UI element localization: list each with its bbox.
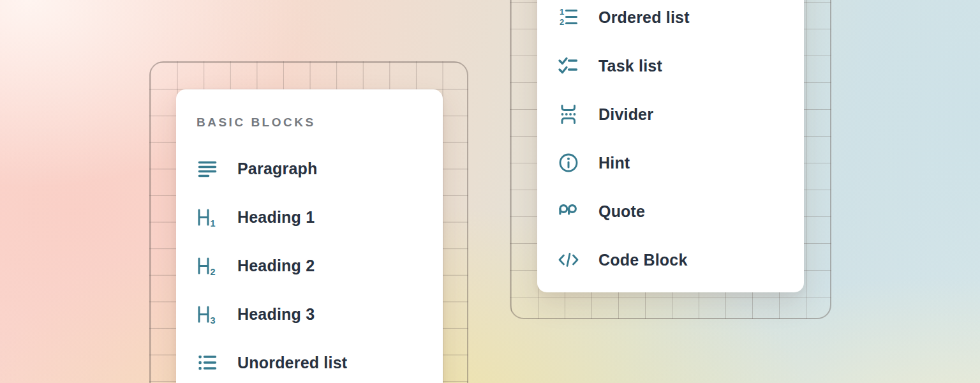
heading-2-icon: 2 — [197, 255, 218, 276]
editor-blocks-promo-screen: BASIC BLOCKS Paragraph 1 Heading 1 2 Hea… — [0, 0, 980, 383]
menu-item-code-block[interactable]: Code Block — [537, 236, 804, 284]
quote-icon — [558, 200, 579, 222]
svg-text:1: 1 — [211, 218, 216, 229]
menu-item-divider[interactable]: Divider — [537, 90, 804, 139]
menu-item-list-right: 12 Ordered list Task list Divider Hint Q… — [537, 0, 804, 284]
ordered-list-icon: 12 — [558, 6, 579, 28]
menu-item-task-list[interactable]: Task list — [537, 41, 804, 90]
menu-item-paragraph[interactable]: Paragraph — [176, 144, 443, 193]
block-menu-card-continued: 12 Ordered list Task list Divider Hint Q… — [537, 0, 804, 292]
code-block-icon — [558, 249, 579, 271]
menu-item-quote[interactable]: Quote — [537, 187, 804, 236]
divider-icon — [558, 103, 579, 125]
menu-item-ordered-list[interactable]: 12 Ordered list — [537, 0, 804, 41]
menu-item-heading-2[interactable]: 2 Heading 2 — [176, 241, 443, 290]
hint-icon — [558, 152, 579, 174]
menu-item-hint[interactable]: Hint — [537, 139, 804, 187]
menu-item-heading-3[interactable]: 3 Heading 3 — [176, 290, 443, 338]
svg-text:2: 2 — [560, 17, 564, 27]
block-menu-card-basic-blocks: BASIC BLOCKS Paragraph 1 Heading 1 2 Hea… — [176, 89, 443, 383]
svg-text:1: 1 — [560, 7, 564, 17]
unordered-list-icon — [197, 352, 218, 373]
heading-1-icon: 1 — [197, 206, 218, 228]
task-list-icon — [558, 55, 579, 77]
svg-text:3: 3 — [211, 315, 216, 326]
menu-item-list-left: Paragraph 1 Heading 1 2 Heading 2 3 Head… — [176, 144, 443, 383]
paragraph-icon — [197, 158, 218, 179]
menu-item-heading-1[interactable]: 1 Heading 1 — [176, 193, 443, 241]
heading-3-icon: 3 — [197, 303, 218, 325]
svg-text:2: 2 — [211, 267, 216, 277]
section-label-basic-blocks: BASIC BLOCKS — [197, 115, 443, 130]
menu-item-unordered-list[interactable]: Unordered list — [176, 338, 443, 383]
